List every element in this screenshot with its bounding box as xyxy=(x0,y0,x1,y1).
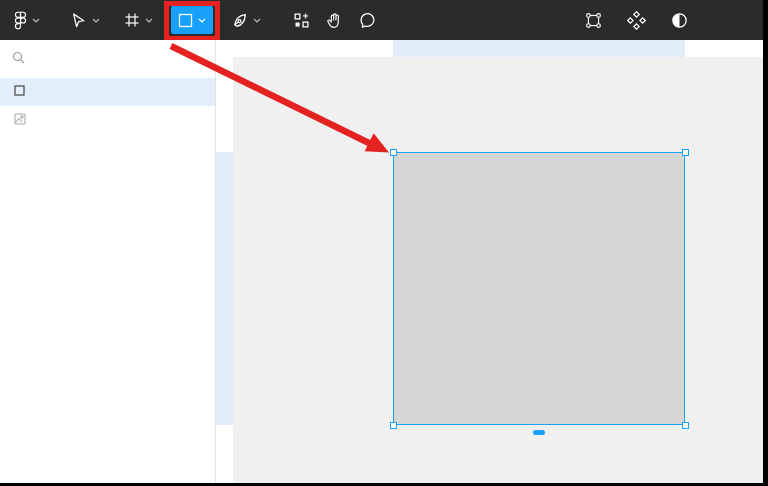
use-as-mask-button[interactable] xyxy=(662,0,697,40)
component-diamonds-icon xyxy=(627,11,646,30)
layer-row-rectangle-1[interactable] xyxy=(0,78,215,106)
edit-object-button[interactable] xyxy=(576,0,611,40)
app-window xyxy=(0,0,763,483)
resize-handle-top-right[interactable] xyxy=(682,149,689,156)
resources-tool-button[interactable] xyxy=(285,0,318,40)
resize-handle-top-left[interactable] xyxy=(390,149,397,156)
layers-panel xyxy=(0,40,216,483)
chevron-down-icon xyxy=(195,52,203,66)
chevron-down-icon xyxy=(92,18,100,23)
cursor-icon xyxy=(70,12,87,29)
rectangle-icon xyxy=(178,13,193,28)
resize-handle-bottom-left[interactable] xyxy=(390,422,397,429)
canvas[interactable] xyxy=(233,57,763,483)
pen-tool-button[interactable] xyxy=(223,0,269,40)
selection-size-badge xyxy=(533,430,545,435)
hand-icon xyxy=(326,12,343,29)
frame-tool-button[interactable] xyxy=(116,0,161,40)
chevron-down-icon xyxy=(198,18,206,23)
layer-row-molecules-icon-sample-1[interactable] xyxy=(0,106,215,134)
mask-half-moon-icon xyxy=(670,11,689,30)
rectangle-tool-button[interactable] xyxy=(171,6,213,34)
toolbar xyxy=(0,0,763,40)
hand-tool-button[interactable] xyxy=(318,0,351,40)
figma-logo-icon xyxy=(14,11,27,30)
vertical-ruler xyxy=(216,57,233,483)
pen-icon xyxy=(231,12,248,29)
resources-icon xyxy=(293,12,310,29)
main-menu-button[interactable] xyxy=(6,0,48,40)
create-component-button[interactable] xyxy=(619,0,654,40)
layers-panel-header xyxy=(0,40,215,78)
resize-handle-bottom-right[interactable] xyxy=(682,422,689,429)
move-tool-button[interactable] xyxy=(62,0,108,40)
search-icon[interactable] xyxy=(12,50,25,68)
image-layer-icon xyxy=(14,113,26,128)
comment-bubble-icon xyxy=(359,12,376,29)
toolbar-right-group xyxy=(576,0,697,40)
selected-rectangle[interactable] xyxy=(393,152,685,425)
chevron-down-icon xyxy=(145,18,153,23)
selection-extent-horizontal xyxy=(393,40,685,57)
chevron-down-icon xyxy=(32,18,40,23)
text-tool-button[interactable] xyxy=(269,0,285,40)
frame-hash-icon xyxy=(124,12,140,28)
chevron-down-icon xyxy=(253,18,261,23)
horizontal-ruler xyxy=(216,40,763,57)
comment-tool-button[interactable] xyxy=(351,0,384,40)
rectangle-layer-icon xyxy=(14,85,25,99)
edit-object-icon xyxy=(584,11,603,30)
selection-extent-vertical xyxy=(216,152,233,425)
page-selector[interactable] xyxy=(190,52,203,66)
